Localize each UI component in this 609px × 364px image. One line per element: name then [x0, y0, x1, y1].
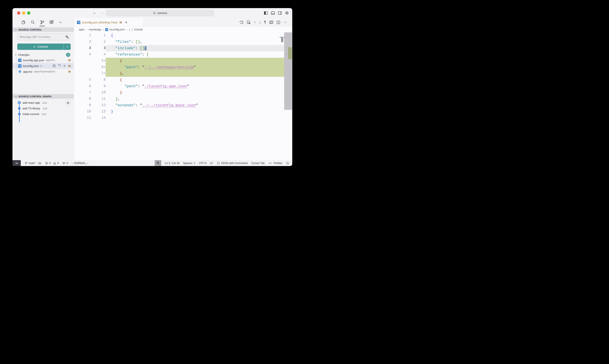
tsconfig-file-icon: TS⚙ — [77, 21, 80, 24]
remote-indicator-button[interactable]: >< — [13, 160, 21, 166]
code-line[interactable]: 11{ — [74, 32, 292, 39]
sparkle-ai-icon[interactable] — [65, 35, 69, 39]
source-control-header[interactable]: SOURCE CONTROL — [13, 27, 74, 32]
search-view-icon[interactable] — [31, 20, 35, 25]
more-actions-icon[interactable]: ⋯ — [284, 21, 287, 24]
code-line-text[interactable]: "path": "./tsconfig.app.json" — [106, 83, 285, 90]
code-line[interactable]: 22 "files": [], — [74, 39, 292, 45]
tab-tsconfig-working-tree[interactable]: TS⚙ tsconfig.json (Working Tree) M ✕ — [74, 18, 143, 26]
encoding-indicator[interactable]: UTF-8 — [199, 162, 206, 165]
code-line-text[interactable]: "files": [], — [106, 39, 285, 45]
code-line-text[interactable]: ], — [106, 96, 285, 102]
zoom-indicator[interactable] — [155, 160, 161, 166]
open-changes-icon[interactable] — [240, 20, 244, 24]
breadcrumb-separator: › — [126, 28, 127, 31]
commit-message-box[interactable] — [17, 33, 71, 40]
extensions-icon[interactable] — [50, 20, 54, 25]
git-branch-icon — [25, 162, 27, 165]
commit-row[interactable]: add TS libraryJuri — [13, 105, 74, 111]
whitespace-pilcrow-icon[interactable]: ¶ — [264, 21, 266, 24]
cursor-tab-indicator[interactable]: Cursor Tab — [251, 162, 265, 165]
code-line[interactable]: 58 { — [74, 77, 292, 83]
code-line-text[interactable]: }, — [106, 70, 285, 77]
breadcrumb-item-include[interactable]: include — [134, 28, 143, 31]
close-window-button[interactable] — [17, 11, 20, 15]
commit-dropdown-button[interactable] — [64, 43, 71, 50]
toggle-primary-sidebar-icon[interactable] — [264, 11, 268, 15]
commit-row[interactable]: Initial commitJuri — [13, 111, 74, 117]
zoom-window-button[interactable] — [27, 11, 30, 15]
code-line[interactable]: 7+ }, — [74, 70, 292, 77]
code-line-text[interactable]: { — [106, 77, 285, 83]
code-line-text[interactable]: "include": [], — [106, 45, 285, 52]
branch-name: main* — [29, 162, 36, 165]
minimize-window-button[interactable] — [22, 11, 25, 15]
changes-row[interactable]: TS⚙tsconfig.jsona...M — [13, 63, 74, 69]
commit-row[interactable]: add react appJuri — [13, 100, 74, 105]
code-line[interactable]: 912 "extends": "../../tsconfig.base.json… — [74, 102, 292, 108]
changes-row[interactable]: TS⚙tsconfig.app.jsonapps/m...M — [13, 57, 74, 63]
settings-gear-icon[interactable]: ⚙ — [285, 11, 289, 15]
code-line[interactable]: 1114 — [74, 115, 292, 121]
activity-overflow-chevron-icon[interactable] — [59, 21, 62, 24]
branch-indicator[interactable]: main* — [25, 162, 41, 165]
editor-scrollbar[interactable] — [284, 32, 292, 110]
tab-close-icon[interactable]: ✕ — [125, 21, 127, 24]
changes-row[interactable]: app.tsxapps/myviteapp/sr...M — [13, 69, 74, 74]
code-line[interactable]: 69 "path": "./tsconfig.app.json" — [74, 83, 292, 90]
code-line-text[interactable]: { — [106, 32, 285, 39]
stage-changes-icon[interactable] — [63, 64, 66, 67]
changes-section-header[interactable]: Changes 3 — [13, 52, 74, 57]
code-line-text[interactable]: "references": [ — [106, 52, 285, 58]
code-line-text[interactable]: "extends": "../../tsconfig.base.json" — [106, 102, 285, 108]
code-line[interactable]: 710 } — [74, 90, 292, 96]
toggle-secondary-sidebar-icon[interactable] — [278, 11, 282, 15]
code-line[interactable]: 5+ { — [74, 58, 292, 64]
code-line-text[interactable]: } — [106, 90, 285, 96]
notifications-bell-icon[interactable] — [286, 161, 289, 165]
modified-line-number: 9 — [91, 83, 106, 90]
remote-icon: >< — [15, 162, 18, 165]
open-file-icon[interactable] — [53, 64, 56, 67]
code-line[interactable]: 6+ "path": "../../packages/mytslib" — [74, 64, 292, 70]
map-icon[interactable] — [269, 20, 273, 24]
code-line[interactable]: 33 "include": [], — [74, 45, 292, 52]
code-line-text[interactable]: "path": "../../packages/mytslib" — [106, 64, 285, 70]
tree-indent-guide — [16, 58, 16, 74]
formatter-indicator[interactable]: Prettier — [268, 162, 282, 165]
indentation-indicator[interactable]: Spaces: 2 — [183, 162, 195, 165]
discard-changes-icon[interactable] — [58, 64, 61, 67]
commit-button[interactable]: Commit — [17, 43, 71, 50]
split-editor-icon[interactable] — [276, 21, 280, 24]
toggle-panel-icon[interactable] — [271, 11, 275, 15]
ports-indicator[interactable]: 0 — [62, 162, 68, 165]
forward-arrow-icon[interactable]: → — [100, 10, 104, 15]
code-line-text[interactable] — [106, 115, 285, 121]
code-line[interactable]: 44 "references": [ — [74, 52, 292, 58]
breadcrumb-item-myviteapp[interactable]: myviteapp — [89, 28, 101, 31]
file-path: a... — [40, 64, 51, 67]
command-center-search[interactable]: tsmono — [106, 10, 214, 16]
inline-view-toggle-icon[interactable] — [247, 20, 251, 24]
code-line[interactable]: 811 ], — [74, 96, 292, 102]
cursor-position-indicator[interactable]: Ln 3, Col 16 — [165, 162, 179, 165]
radio-tower-icon — [62, 162, 65, 165]
goto-commit-button[interactable] — [65, 100, 71, 105]
previous-change-arrow-icon[interactable]: ↑ — [254, 21, 256, 24]
next-change-arrow-icon[interactable]: ↓ — [259, 21, 261, 24]
eol-indicator[interactable]: LF — [210, 162, 213, 165]
breadcrumb-item-apps[interactable]: apps — [79, 28, 85, 31]
problems-indicator[interactable]: 0 0 — [45, 162, 59, 165]
diff-editor-content[interactable]: 11{22 "files": [],33 "include": [],44 "r… — [74, 32, 292, 121]
file-name: tsconfig.app.json — [23, 59, 44, 62]
code-line[interactable]: 1013} — [74, 108, 292, 115]
explorer-icon[interactable] — [21, 20, 26, 25]
code-line-text[interactable]: { — [106, 58, 285, 64]
back-arrow-icon[interactable]: ← — [92, 10, 96, 15]
breadcrumb-item-tsconfig[interactable]: tsconfig.json — [110, 28, 125, 31]
language-mode-indicator[interactable]: {} JSON with Comments — [217, 162, 248, 165]
source-control-view-icon[interactable] — [40, 20, 44, 25]
source-control-graph-header[interactable]: SOURCE CONTROL GRAPH — [13, 94, 74, 99]
code-line-text[interactable]: } — [106, 108, 285, 115]
commit-message-input[interactable] — [17, 35, 70, 39]
